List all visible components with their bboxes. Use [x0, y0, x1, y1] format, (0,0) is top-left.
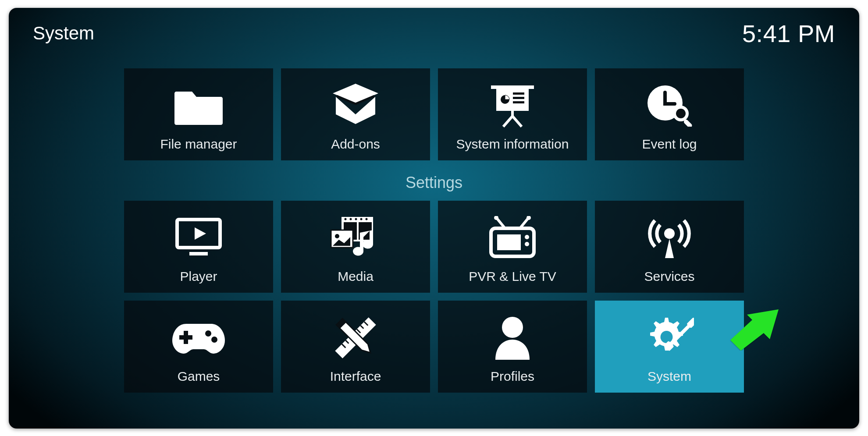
broadcast-icon: [595, 201, 744, 269]
tile-label: Event log: [642, 137, 697, 152]
tile-games[interactable]: Games: [124, 301, 273, 393]
gear-tool-icon: [595, 301, 744, 369]
svg-point-32: [205, 330, 211, 337]
svg-point-16: [355, 218, 357, 220]
tile-label: Profiles: [491, 369, 534, 384]
svg-point-18: [366, 218, 368, 220]
media-icon: [281, 201, 430, 269]
tile-services[interactable]: Services: [595, 201, 744, 293]
gamepad-icon: [124, 301, 273, 369]
tile-label: Interface: [330, 369, 381, 384]
tile-label: Add-ons: [331, 137, 380, 152]
svg-rect-3: [513, 92, 524, 95]
tile-pvr-live-tv[interactable]: PVR & Live TV: [438, 201, 587, 293]
tile-interface[interactable]: Interface: [281, 301, 430, 393]
play-icon: [124, 201, 273, 269]
section-label: Settings: [406, 174, 462, 192]
svg-point-17: [360, 218, 363, 220]
row-middle: Player Media PVR & Live TV Services: [124, 201, 744, 293]
svg-rect-26: [497, 234, 521, 250]
tile-label: System information: [456, 137, 569, 152]
row-top: File manager Add-ons System information …: [124, 68, 744, 160]
tile-label: Player: [180, 269, 217, 284]
tile-label: Services: [644, 269, 694, 284]
topbar: System 5:41 PM: [33, 19, 835, 48]
tile-label: Games: [178, 369, 220, 384]
tile-label: System: [647, 369, 691, 384]
tile-label: PVR & Live TV: [469, 269, 556, 284]
svg-point-14: [345, 218, 347, 220]
box-icon: [281, 68, 430, 137]
svg-rect-1: [491, 85, 534, 89]
tile-profiles[interactable]: Profiles: [438, 301, 587, 393]
person-icon: [438, 301, 587, 369]
svg-point-33: [211, 337, 217, 343]
tile-label: File manager: [160, 137, 237, 152]
tile-system[interactable]: System: [595, 301, 744, 393]
tile-file-manager[interactable]: File manager: [124, 68, 273, 160]
rulers-icon: [281, 301, 430, 369]
svg-point-43: [502, 317, 523, 338]
svg-rect-31: [179, 335, 192, 340]
svg-point-8: [676, 109, 686, 118]
clock: 5:41 PM: [742, 19, 835, 48]
clock-search-icon: [595, 68, 744, 137]
svg-point-44: [661, 331, 673, 343]
svg-point-15: [350, 218, 352, 220]
tv-icon: [438, 201, 587, 269]
svg-point-22: [335, 234, 339, 238]
svg-point-27: [525, 235, 529, 239]
svg-point-28: [525, 242, 529, 246]
tile-event-log[interactable]: Event log: [595, 68, 744, 160]
tile-addons[interactable]: Add-ons: [281, 68, 430, 160]
row-bottom: Games Interface Profiles System: [124, 301, 744, 393]
presentation-icon: [438, 68, 587, 137]
page-title: System: [33, 23, 94, 44]
tile-grid: File manager Add-ons System information …: [9, 68, 859, 401]
tile-media[interactable]: Media: [281, 201, 430, 293]
tile-label: Media: [338, 269, 374, 284]
tile-player[interactable]: Player: [124, 201, 273, 293]
svg-rect-4: [513, 97, 524, 99]
folder-icon: [124, 68, 273, 137]
svg-point-29: [664, 228, 675, 239]
tile-system-information[interactable]: System information: [438, 68, 587, 160]
settings-screen: System 5:41 PM File manager Add-ons: [9, 8, 859, 429]
svg-rect-5: [513, 101, 524, 103]
svg-rect-11: [189, 252, 208, 255]
